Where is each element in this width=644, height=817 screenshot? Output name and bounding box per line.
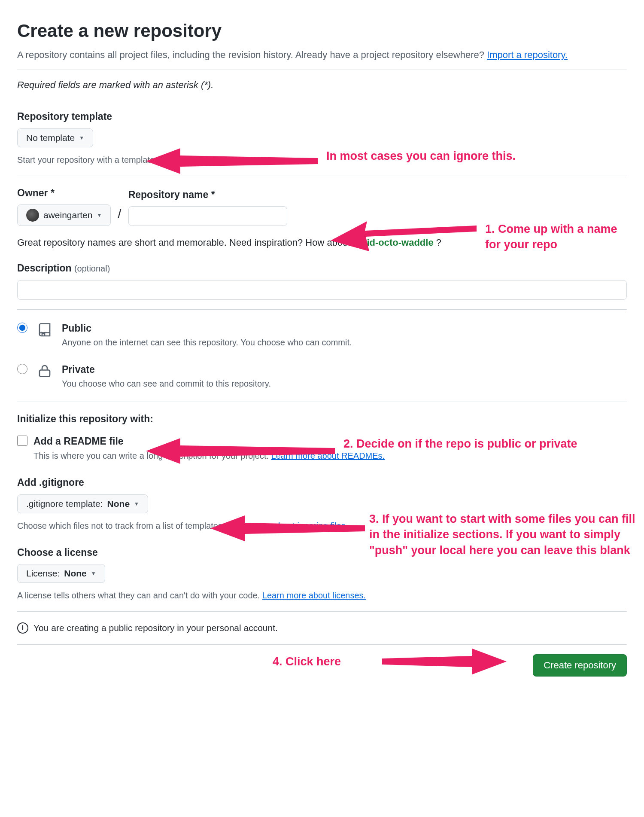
owner-username: aweingarten bbox=[43, 210, 92, 220]
description-label: Description (optional) bbox=[17, 261, 627, 276]
template-hint: Start your repository with a template re… bbox=[17, 153, 627, 166]
initialize-heading: Initialize this repository with: bbox=[17, 412, 627, 427]
lock-icon bbox=[37, 363, 52, 378]
divider bbox=[17, 70, 627, 70]
svg-rect-0 bbox=[39, 370, 50, 376]
divider bbox=[17, 644, 627, 645]
divider bbox=[17, 402, 627, 402]
gitignore-select-button[interactable]: .gitignore template: None ▼ bbox=[17, 494, 148, 513]
chevron-down-icon: ▼ bbox=[79, 135, 84, 141]
visibility-private-radio[interactable] bbox=[17, 364, 27, 374]
readme-subtitle: This is where you can write a long descr… bbox=[33, 451, 385, 460]
repo-name-input[interactable] bbox=[128, 206, 287, 226]
public-subtitle: Anyone on the internet can see this repo… bbox=[62, 338, 352, 347]
required-fields-note: Required fields are marked with an aster… bbox=[17, 78, 627, 92]
template-select-value: No template bbox=[26, 133, 75, 143]
chevron-down-icon: ▼ bbox=[91, 570, 96, 576]
public-title: Public bbox=[62, 321, 627, 336]
divider bbox=[17, 309, 627, 310]
gitignore-hint: Choose which files not to track from a l… bbox=[17, 519, 627, 532]
private-title: Private bbox=[62, 362, 627, 377]
info-icon: i bbox=[17, 622, 28, 634]
avatar bbox=[26, 209, 39, 222]
license-label: Choose a license bbox=[17, 545, 627, 560]
template-select-button[interactable]: No template ▼ bbox=[17, 128, 93, 147]
description-input[interactable] bbox=[17, 280, 627, 300]
import-repo-link[interactable]: Import a repository. bbox=[487, 49, 568, 60]
page-title: Create a new repository bbox=[17, 17, 627, 44]
license-select-button[interactable]: License: None ▼ bbox=[17, 564, 105, 583]
readme-learn-more-link[interactable]: Learn more about READMEs. bbox=[271, 451, 385, 460]
inspiration-text: Great repository names are short and mem… bbox=[17, 235, 627, 250]
private-subtitle: You choose who can see and commit to thi… bbox=[62, 379, 271, 388]
gitignore-label: Add .gitignore bbox=[17, 475, 627, 490]
inspiration-post: ? bbox=[434, 237, 441, 248]
chevron-down-icon: ▼ bbox=[134, 501, 139, 507]
info-notice-text: You are creating a public repository in … bbox=[33, 621, 278, 635]
owner-label: Owner * bbox=[17, 186, 111, 201]
chevron-down-icon: ▼ bbox=[97, 212, 102, 218]
inspiration-pre: Great repository names are short and mem… bbox=[17, 237, 353, 248]
repo-icon bbox=[37, 322, 52, 337]
page-subtitle: A repository contains all project files,… bbox=[17, 48, 627, 62]
readme-checkbox[interactable] bbox=[17, 436, 27, 446]
template-label: Repository template bbox=[17, 109, 627, 124]
create-repository-button[interactable]: Create repository bbox=[533, 654, 627, 677]
readme-title: Add a README file bbox=[33, 434, 627, 449]
divider bbox=[17, 176, 627, 176]
gitignore-learn-more-link[interactable]: Learn more about ignoring files. bbox=[227, 521, 348, 530]
owner-select-button[interactable]: aweingarten ▼ bbox=[17, 204, 111, 226]
path-separator: / bbox=[118, 204, 121, 226]
subtitle-text: A repository contains all project files,… bbox=[17, 49, 487, 60]
license-learn-more-link[interactable]: Learn more about licenses. bbox=[262, 591, 366, 600]
license-hint: A license tells others what they can and… bbox=[17, 589, 627, 602]
suggested-name-link[interactable]: solid-octo-waddle bbox=[353, 237, 434, 248]
divider bbox=[17, 611, 627, 612]
visibility-public-radio[interactable] bbox=[17, 323, 27, 333]
repo-name-label: Repository name * bbox=[128, 187, 287, 202]
